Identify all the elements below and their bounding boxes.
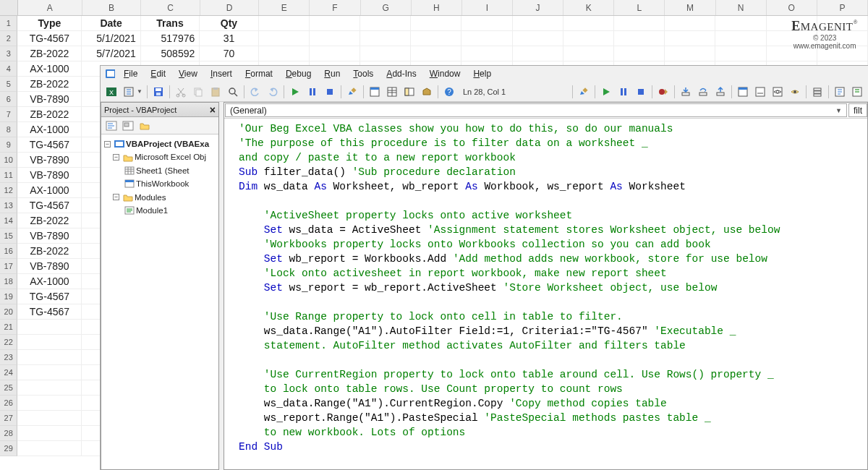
menu-add-ins[interactable]: Add-Ins [380,67,422,81]
toggle-folders-button[interactable] [137,118,153,134]
run2-button[interactable] [598,84,614,100]
tree-collapse-icon[interactable]: − [113,194,119,200]
cell[interactable] [715,31,766,46]
menu-help[interactable]: Help [467,67,497,81]
cell[interactable] [563,31,614,46]
row-header[interactable]: 28 [0,426,17,441]
call-stack-button[interactable] [809,84,825,100]
cell[interactable]: TG-4567 [17,304,82,320]
immediate-window-button[interactable] [752,84,768,100]
cell[interactable]: ZB-2022 [17,213,82,228]
cell[interactable] [563,46,614,61]
row-header[interactable]: 29 [0,441,17,456]
tree-collapse-icon[interactable]: − [104,141,111,148]
cell[interactable] [310,16,360,31]
cell[interactable]: ZB-2022 [17,244,82,259]
row-header[interactable]: 16 [0,244,17,259]
row-header[interactable]: 10 [0,153,17,168]
cell[interactable] [360,31,411,46]
cell[interactable] [513,16,563,31]
cell[interactable]: AX-1000 [17,61,82,77]
view-code-button[interactable] [103,118,119,134]
help-button[interactable]: ? [441,84,457,100]
cell[interactable]: Date [82,16,140,31]
cell[interactable] [310,46,360,61]
save-button[interactable] [150,84,166,100]
cell[interactable] [411,16,461,31]
column-header[interactable]: F [310,0,360,15]
cell[interactable] [665,16,715,31]
cell[interactable] [360,16,411,31]
cell[interactable] [259,31,310,46]
design-mode-button[interactable] [344,84,360,100]
toggle-breakpoint-button[interactable] [655,84,671,100]
menu-tools[interactable]: Tools [347,67,379,81]
cell[interactable]: VB-7890 [17,92,82,107]
column-header[interactable]: N [716,0,767,15]
quick-watch-button[interactable] [787,84,803,100]
redo-button[interactable] [265,84,281,100]
row-header[interactable]: 9 [0,137,17,153]
step-over-button[interactable] [695,84,711,100]
cell[interactable] [17,396,82,411]
cell[interactable]: VB-7890 [17,228,82,244]
row-header[interactable]: 12 [0,183,17,198]
procedure-dropdown[interactable]: filt [848,103,867,117]
select-all-corner[interactable] [0,0,18,15]
menu-view[interactable]: View [173,67,203,81]
cell[interactable]: 517976 [141,31,200,46]
cell[interactable] [614,31,665,46]
cell[interactable]: AX-1000 [17,122,82,137]
cell[interactable] [665,46,715,61]
cell[interactable] [17,380,82,396]
row-header[interactable]: 14 [0,213,17,228]
menu-window[interactable]: Window [424,67,467,81]
cell[interactable]: 70 [200,46,258,61]
menu-edit[interactable]: Edit [145,67,171,81]
cell[interactable] [17,365,82,380]
cell[interactable] [17,426,82,441]
column-header[interactable]: O [767,0,817,15]
cell[interactable]: Qty [200,16,258,31]
compile-button[interactable] [832,84,848,100]
column-header[interactable]: B [82,0,142,15]
menu-run[interactable]: Run [318,67,346,81]
cell[interactable]: TG-4567 [17,198,82,213]
row-header[interactable]: 24 [0,365,17,380]
column-header[interactable]: E [259,0,310,15]
cell[interactable] [817,31,868,46]
cell[interactable]: 5/1/2021 [82,31,140,46]
tree-collapse-icon[interactable]: − [113,154,119,161]
cell[interactable]: 31 [200,31,258,46]
menu-insert[interactable]: Insert [205,67,238,81]
cell[interactable] [411,31,461,46]
cell[interactable] [513,46,563,61]
row-header[interactable]: 2 [0,31,17,46]
cell[interactable]: ZB-2022 [17,46,82,61]
cell[interactable] [17,320,82,335]
column-header[interactable]: M [665,0,715,15]
watch-window-button[interactable] [770,84,786,100]
cell[interactable]: VB-7890 [17,259,82,274]
row-header[interactable]: 21 [0,320,17,335]
menu-file[interactable]: File [118,67,143,81]
cell[interactable]: VB-7890 [17,168,82,183]
cell[interactable]: ZB-2022 [17,107,82,122]
paste-button[interactable] [208,84,224,100]
step-out-button[interactable] [712,84,728,100]
row-header[interactable]: 13 [0,198,17,213]
column-header[interactable]: D [200,0,260,15]
view-excel-button[interactable]: X [103,84,119,100]
properties-button[interactable] [384,84,400,100]
row-header[interactable]: 22 [0,335,17,350]
view-object-button[interactable] [120,118,136,134]
cell[interactable] [17,335,82,350]
menu-format[interactable]: Format [239,67,278,81]
cell[interactable] [665,31,715,46]
break-button[interactable] [305,84,320,100]
row-header[interactable]: 23 [0,350,17,365]
cell[interactable]: TG-4567 [17,289,82,304]
menu-debug[interactable]: Debug [280,67,317,81]
cell[interactable] [17,441,82,456]
cell[interactable] [817,46,868,61]
